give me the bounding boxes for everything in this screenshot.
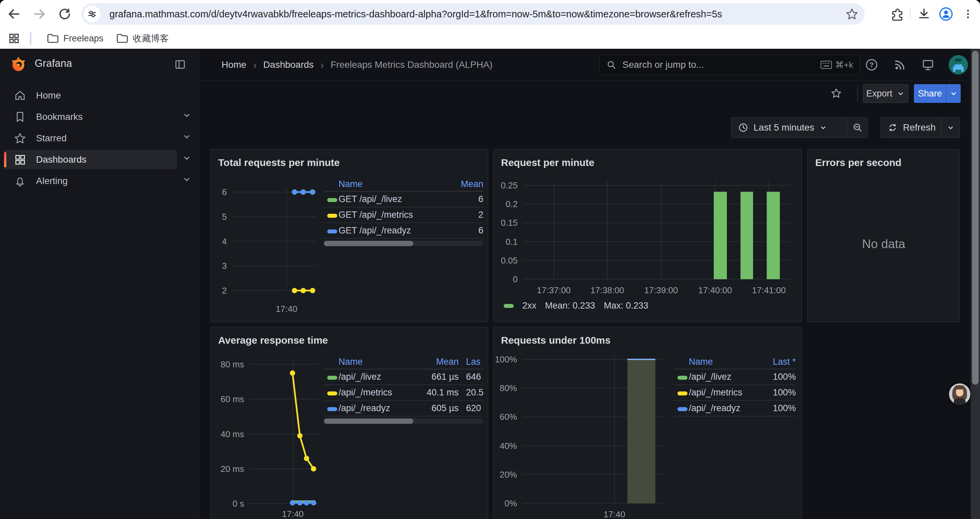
toolbar-divider: [857, 86, 858, 101]
series-name[interactable]: GET /api/_/metrics: [339, 210, 442, 220]
folder-icon: [115, 32, 128, 45]
url-bar[interactable]: grafana.mathmast.com/d/deytv4rwavabkb/fr…: [81, 3, 865, 25]
user-avatar[interactable]: [949, 55, 968, 75]
refresh-button[interactable]: Refresh: [881, 122, 941, 133]
time-controls: Last 5 minutes Refresh: [200, 117, 980, 138]
sidebar-item-label: Starred: [36, 133, 67, 144]
profile-icon[interactable]: [937, 5, 955, 23]
zoom-out-button[interactable]: [847, 118, 868, 137]
scrollbar-thumb[interactable]: [972, 51, 978, 385]
page-scrollbar[interactable]: [970, 49, 980, 519]
share-button[interactable]: Share: [914, 84, 946, 103]
legend-scrollbar[interactable]: [324, 241, 483, 246]
extensions-icon[interactable]: [888, 5, 905, 23]
breadcrumb-home[interactable]: Home: [221, 59, 247, 70]
url-text[interactable]: grafana.mathmast.com/d/deytv4rwavabkb/fr…: [110, 3, 722, 25]
legend-header-cell[interactable]: Name: [689, 357, 754, 367]
chevron-down-icon[interactable]: [179, 171, 195, 187]
svg-text:17:40: 17:40: [275, 304, 297, 314]
sidebar-item-alerting[interactable]: Alerting: [4, 171, 177, 191]
legend-row[interactable]: GET /api/_/metrics2: [324, 208, 483, 223]
svg-text:80%: 80%: [500, 383, 517, 393]
reload-button[interactable]: [57, 6, 73, 22]
breadcrumb-dashboards[interactable]: Dashboards: [263, 59, 313, 70]
monitor-icon[interactable]: [920, 57, 936, 73]
sidebar-item-starred[interactable]: Starred: [4, 129, 177, 148]
screen: grafana.mathmast.com/d/deytv4rwavabkb/fr…: [0, 0, 980, 519]
share-menu-button[interactable]: [946, 84, 961, 103]
chart-svg-p2: 0.250.20.150.10.05017:37:0017:38:0017:39…: [494, 150, 801, 322]
refresh-interval-button[interactable]: [941, 118, 960, 137]
legend-row[interactable]: GET /api/_/livez6: [324, 192, 483, 208]
legend-row[interactable]: /api/_/livez100%: [674, 369, 796, 385]
search-input[interactable]: Search or jump to... ⌘+k: [600, 55, 859, 75]
legend-header-cell[interactable]: Name: [339, 179, 442, 189]
series-name[interactable]: /api/_/metrics: [689, 387, 754, 398]
chevron-down-icon[interactable]: [179, 107, 195, 123]
legend-row[interactable]: /api/_/metrics100%: [674, 385, 796, 401]
chevron-down-icon[interactable]: [179, 129, 195, 145]
export-button[interactable]: Export: [863, 84, 908, 103]
breadcrumb-separator: ›: [320, 59, 324, 71]
legend-row[interactable]: /api/_/readyz605 µs620: [324, 401, 483, 417]
bookmark-star-icon[interactable]: [844, 6, 860, 22]
svg-text:80 ms: 80 ms: [221, 359, 244, 369]
site-settings-icon[interactable]: [84, 6, 100, 22]
series-value: 20.5 r: [459, 387, 483, 398]
svg-text:?: ?: [870, 61, 873, 69]
series-name[interactable]: /api/_/readyz: [339, 403, 413, 414]
back-button[interactable]: [6, 6, 22, 22]
sidebar-item-home[interactable]: Home: [4, 86, 177, 105]
svg-text:17:40: 17:40: [603, 509, 625, 519]
legend-header-cell[interactable]: Last *: [754, 357, 796, 367]
menu-icon[interactable]: [959, 5, 977, 23]
collapse-sidebar-icon[interactable]: [172, 57, 188, 72]
scrollbar-thumb[interactable]: [324, 241, 413, 246]
legend-row[interactable]: /api/_/readyz100%: [674, 401, 796, 417]
series-name[interactable]: GET /api/_/livez: [339, 194, 442, 204]
scrollbar-thumb[interactable]: [324, 418, 413, 424]
legend-scrollbar[interactable]: [324, 418, 483, 424]
series-name[interactable]: /api/_/livez: [689, 372, 754, 382]
series-name[interactable]: /api/_/livez: [339, 372, 413, 382]
forward-button[interactable]: [31, 6, 48, 22]
sidebar-item-label: Bookmarks: [36, 112, 83, 122]
svg-text:0.2: 0.2: [506, 199, 518, 209]
chevron-down-icon[interactable]: [179, 150, 195, 166]
panel-title[interactable]: Errors per second: [815, 157, 901, 168]
series-color-pill: [327, 407, 337, 411]
legend-body: /api/_/livez661 µs646/api/_/metrics40.1 …: [324, 369, 483, 417]
legend-row[interactable]: /api/_/metrics40.1 ms20.5 r: [324, 385, 483, 401]
assistant-avatar[interactable]: [949, 383, 970, 405]
help-icon[interactable]: ?: [864, 57, 880, 73]
bar-chart[interactable]: 0.250.20.150.10.05017:37:0017:38:0017:39…: [494, 150, 801, 322]
brand-title: Grafana: [35, 57, 72, 69]
legend-inline[interactable]: 2xx Mean: 0.233 Max: 0.233: [504, 300, 648, 311]
apps-grid-icon[interactable]: [7, 31, 21, 46]
series-color-cell: [674, 372, 689, 382]
rss-icon[interactable]: [892, 57, 908, 73]
series-name[interactable]: GET /api/_/readyz: [339, 225, 442, 236]
favorite-star-icon[interactable]: [827, 84, 845, 102]
download-icon[interactable]: [915, 5, 932, 23]
svg-text:17:37:00: 17:37:00: [537, 285, 571, 295]
legend-header-cell[interactable]: Mean: [442, 179, 483, 189]
legend-row[interactable]: /api/_/livez661 µs646: [324, 369, 483, 385]
bookmark-folder-blogs[interactable]: 收藏博客: [110, 29, 175, 48]
series-name[interactable]: /api/_/metrics: [339, 387, 413, 398]
bookmark-folder-freeleaps[interactable]: Freeleaps: [40, 29, 110, 48]
legend-header-cell[interactable]: Mean: [413, 357, 459, 367]
sidebar-item-bookmarks[interactable]: Bookmarks: [4, 107, 177, 126]
legend-header-cell[interactable]: Las: [459, 357, 483, 367]
time-range-picker[interactable]: Last 5 minutes: [732, 122, 847, 133]
sidebar-item-dashboards[interactable]: Dashboards: [4, 150, 177, 169]
series-value: 6: [442, 225, 483, 236]
series-color-pill: [678, 407, 687, 411]
grafana-logo[interactable]: [10, 56, 27, 73]
legend-row[interactable]: GET /api/_/readyz6: [324, 223, 483, 239]
legend-header-cell[interactable]: Name: [339, 357, 413, 367]
svg-text:0.1: 0.1: [506, 237, 518, 247]
series-color-pill: [504, 304, 514, 308]
series-name[interactable]: /api/_/readyz: [689, 403, 754, 414]
bookmarks-divider: [30, 32, 31, 45]
